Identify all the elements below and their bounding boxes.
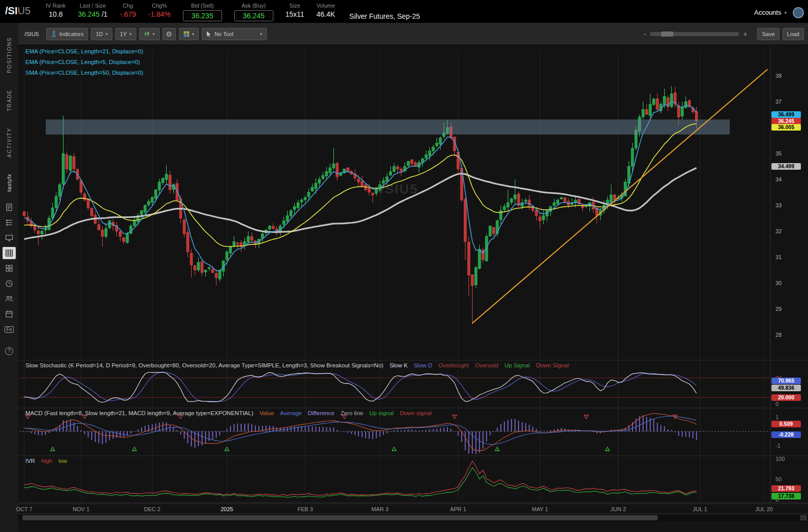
symbol-suffix: U5 [17, 5, 30, 16]
account-avatar-icon[interactable] [793, 7, 804, 18]
price-tick-label: 34 [775, 176, 782, 182]
field-volume: Volume 46.4K [317, 1, 335, 18]
sidebar-tab-activity[interactable]: ACTIVITY [6, 128, 12, 158]
zoom-out-button[interactable]: - [644, 30, 646, 38]
ivr-high-line [24, 461, 697, 495]
clock-icon[interactable] [3, 277, 16, 290]
blocks-icon[interactable] [3, 262, 16, 274]
trendline[interactable] [473, 69, 768, 323]
down-signal-arrow [343, 415, 347, 419]
chart-scrollbar[interactable] [18, 514, 808, 521]
spreadsheet-chart-icon[interactable] [3, 247, 16, 259]
up-signal-arrow [51, 447, 55, 451]
chart-toolbar: /SIU5 Indicators 1D▾ 1Y▾ ▾ ⚙ ▾ [18, 23, 808, 45]
up-signal-arrow [606, 447, 610, 451]
time-tick-label: 2025 [212, 506, 242, 512]
chevron-down-icon: ▾ [260, 32, 263, 37]
resistance-band[interactable] [46, 119, 730, 135]
gear-icon: ⚙ [166, 30, 172, 38]
bid-button[interactable]: 36.235 [183, 10, 222, 21]
chart-area: 38373635343332313029288001-1100500 EMA (… [18, 45, 808, 504]
scrollbar-corner [800, 515, 806, 520]
symbol-title: /SIU5 [5, 5, 30, 17]
up-signal-arrow [133, 447, 137, 451]
ledger-icon[interactable] [3, 216, 16, 229]
price-tick-label: 32 [775, 228, 782, 234]
calendar-icon[interactable] [3, 308, 16, 320]
fx-icon[interactable]: Fx [3, 323, 16, 335]
quote-header: /SIU5 IV Rank 10.8 Last / Size 36.245 /1… [0, 0, 808, 23]
grid-layout-icon [183, 31, 190, 37]
drawing-tool-dropdown[interactable]: No Tool ▾ [202, 28, 267, 40]
time-tick-label: DEC 2 [137, 506, 168, 512]
chart-canvas[interactable]: 38373635343332313029288001-1100500 [18, 45, 808, 504]
price-tick-label: 31 [775, 254, 782, 260]
left-sidebar: POSITIONS TRADE ACTIVITY tastyfx Fx ? [0, 23, 18, 532]
accounts-dropdown[interactable]: Accounts▾ [754, 9, 787, 16]
ask-button[interactable]: 36.245 [234, 10, 273, 21]
indicators-button[interactable]: Indicators [46, 28, 88, 40]
sidebar-tab-trade[interactable]: TRADE [6, 89, 12, 111]
zoom-in-button[interactable]: + [743, 30, 747, 38]
price-tick-label: 38 [775, 73, 782, 79]
layout-dropdown[interactable]: ▾ [179, 28, 199, 40]
last-price-value: 36.245 [78, 10, 100, 18]
price-tick-label: 28 [775, 332, 782, 338]
timeframe-dropdown[interactable]: 1D▾ [91, 28, 112, 40]
field-ask: Ask (Buy) 36.245 [234, 1, 273, 21]
chevron-down-icon: ▾ [192, 32, 195, 37]
instrument-description: Silver Futures, Sep-25 [349, 12, 420, 20]
up-signal-arrow [392, 447, 396, 451]
chevron-down-icon: ▾ [152, 32, 155, 37]
change-value: -.679 [120, 10, 136, 18]
range-dropdown[interactable]: 1Y▾ [115, 28, 136, 40]
zoom-slider-track[interactable] [650, 32, 739, 36]
load-button[interactable]: Load [783, 28, 804, 40]
chart-settings-button[interactable]: ⚙ [163, 28, 176, 40]
stoch-slowd-line [24, 372, 697, 401]
zoom-slider-thumb[interactable] [661, 32, 673, 37]
down-signal-arrow [83, 415, 87, 419]
time-tick-label: OCT 7 [9, 506, 40, 512]
flask-icon [51, 30, 57, 37]
scrollbar-thumb[interactable] [22, 515, 658, 520]
monitor-icon[interactable] [3, 232, 16, 244]
chart-panel: /SIU5 Indicators 1D▾ 1Y▾ ▾ ⚙ ▾ [18, 23, 808, 532]
time-tick-label: APR 1 [443, 506, 474, 512]
zoom-control: - + [644, 30, 748, 38]
iv-rank-value: 10.8 [46, 10, 66, 18]
down-signal-arrow [453, 415, 457, 419]
time-tick-label: JUN 2 [603, 506, 634, 512]
sidebar-tab-tastyfx[interactable]: tastyfx [6, 174, 12, 192]
size-value: 15x11 [286, 10, 304, 18]
time-tick-label: JUL 1 [685, 506, 716, 512]
ivr-low-line [24, 468, 697, 497]
macd-value-line [24, 413, 697, 451]
save-button[interactable]: Save [757, 28, 779, 40]
ema21-line [24, 124, 697, 247]
ivr-axis-label: 100 [775, 456, 785, 462]
cursor-icon [206, 31, 211, 37]
macd-axis-label: 1 [775, 414, 779, 420]
stoch-axis-label: 80 [775, 375, 782, 381]
price-tick-label: 30 [775, 280, 782, 286]
field-chg-pct: Chg% -1.84% [148, 1, 171, 18]
volume-value: 46.4K [317, 10, 335, 18]
time-tick-label: MAY 1 [525, 506, 555, 512]
price-tick-label: 35 [775, 150, 782, 157]
chevron-down-icon: ▾ [130, 32, 132, 37]
sidebar-tab-positions[interactable]: POSITIONS [6, 37, 12, 73]
price-axis-ticks: 3837363534333231302928 [775, 73, 782, 338]
change-pct-value: -1.84% [148, 10, 171, 18]
time-tick-label: NOV 1 [66, 506, 97, 512]
chart-type-dropdown[interactable]: ▾ [139, 28, 160, 40]
last-size-value: /1 [102, 10, 108, 18]
help-icon[interactable]: ? [3, 345, 16, 357]
field-last-size: Last / Size 36.245 /1 [78, 1, 107, 18]
time-tick-label: MAR 3 [365, 506, 395, 512]
up-signal-arrow [495, 447, 500, 451]
document-icon[interactable] [3, 201, 16, 213]
people-icon[interactable] [3, 293, 16, 305]
time-tick-label: JUL 20 [749, 506, 780, 512]
macd-axis-label: -1 [775, 443, 781, 449]
